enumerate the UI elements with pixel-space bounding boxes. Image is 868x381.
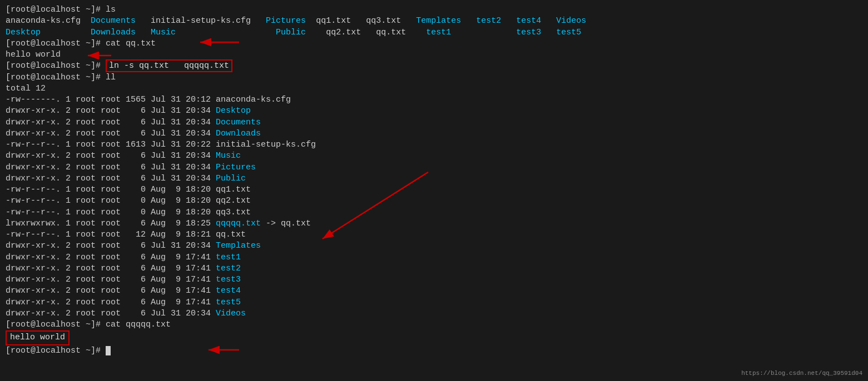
ll-name-templates: Templates: [216, 241, 261, 250]
terminal: [root@localhost ~]# ls anaconda-ks.cfg D…: [6, 4, 862, 357]
ls-downloads: Downloads: [91, 28, 136, 37]
ll-row-videos: drwxr-xr-x. 2 root root 6 Jul 31 20:34 V…: [6, 308, 862, 319]
ls-pictures: Pictures: [266, 16, 306, 26]
ll-row-downloads: drwxr-xr-x. 2 root root 6 Jul 31 20:34 D…: [6, 128, 862, 139]
ll-row-test3: drwxr-xr-x. 2 root root 6 Aug 9 17:41 te…: [6, 274, 862, 285]
ll-name-music: Music: [216, 151, 241, 161]
ll-name-documents: Documents: [216, 118, 261, 127]
ll-row-qq: -rw-r--r--. 1 root root 12 Aug 9 18:21 q…: [6, 229, 862, 240]
ll-row-public: drwxr-xr-x. 2 root root 6 Jul 31 20:34 P…: [6, 173, 862, 184]
ll-name-test2: test2: [216, 264, 241, 273]
ll-row-initial: -rw-r--r--. 1 root root 1613 Jul 31 20:2…: [6, 139, 862, 151]
ll-name-qqqqq: qqqqq.txt: [216, 219, 261, 228]
line-ln-s: [root@localhost ~]# ln -s qq.txt qqqqq.t…: [6, 61, 862, 72]
line-helloworld-2: hello world: [6, 330, 862, 345]
ll-row-music: drwxr-xr-x. 2 root root 6 Jul 31 20:34 M…: [6, 151, 862, 162]
ls-output-row2: Desktop Downloads Music Public qq2.txt q…: [6, 27, 862, 38]
ll-row-test2: drwxr-xr-x. 2 root root 6 Aug 9 17:41 te…: [6, 263, 862, 274]
ll-name-downloads: Downloads: [216, 129, 261, 138]
ll-row-pictures: drwxr-xr-x. 2 root root 6 Jul 31 20:34 P…: [6, 162, 862, 173]
line-ls-command: [root@localhost ~]# ls: [6, 4, 862, 16]
ll-row-qq2: -rw-r--r--. 1 root root 0 Aug 9 18:20 qq…: [6, 195, 862, 207]
ls-test2: test2: [476, 16, 501, 26]
ll-name-public: Public: [216, 174, 246, 183]
url-credit: https://blog.csdn.net/qq_39591d04: [741, 369, 862, 378]
line-ll-command: [root@localhost ~]# ll: [6, 72, 862, 83]
line-final-prompt: [root@localhost ~]#: [6, 345, 862, 357]
line-helloworld-1: hello world: [6, 49, 862, 61]
ls-anaconda: anaconda-ks.cfg: [6, 16, 81, 26]
ll-row-test4: drwxr-xr-x. 2 root root 6 Aug 9 17:41 te…: [6, 285, 862, 297]
ll-row-test5: drwxr-xr-x. 2 root root 6 Aug 9 17:41 te…: [6, 297, 862, 308]
ls-documents: Documents: [91, 16, 136, 26]
ll-row-anaconda: -rw-------. 1 root root 1565 Jul 31 20:1…: [6, 94, 862, 106]
ll-name-test3: test3: [216, 275, 241, 284]
boxed-ln-command: ln -s qq.txt qqqqq.txt: [106, 59, 232, 72]
ll-row-qqqqq: lrwxrwxrwx. 1 root root 6 Aug 9 18:25 qq…: [6, 218, 862, 229]
ls-music: Music: [151, 28, 176, 37]
ll-name-test1: test1: [216, 253, 241, 262]
ll-row-documents: drwxr-xr-x. 2 root root 6 Jul 31 20:34 D…: [6, 117, 862, 128]
ls-public: Public: [276, 28, 306, 37]
ls-videos: Videos: [556, 16, 586, 26]
boxed-helloworld: hello world: [6, 330, 70, 345]
ls-templates: Templates: [416, 16, 461, 26]
ll-row-templates: drwxr-xr-x. 2 root root 6 Jul 31 20:34 T…: [6, 240, 862, 252]
line-total: total 12: [6, 83, 862, 94]
line-cat-qq: [root@localhost ~]# cat qq.txt: [6, 38, 862, 49]
ll-name-test4: test4: [216, 286, 241, 295]
ls-test4: test4: [516, 16, 541, 26]
ll-name-test5: test5: [216, 298, 241, 307]
line-cat-qqqqq: [root@localhost ~]# cat qqqqq.txt: [6, 319, 862, 330]
ll-row-test1: drwxr-xr-x. 2 root root 6 Aug 9 17:41 te…: [6, 252, 862, 263]
ll-name-pictures: Pictures: [216, 163, 256, 172]
ls-output-row1: anaconda-ks.cfg Documents initial-setup-…: [6, 16, 862, 27]
ll-name-videos: Videos: [216, 309, 246, 318]
ls-desktop: Desktop: [6, 28, 41, 37]
ll-row-qq3: -rw-r--r--. 1 root root 0 Aug 9 18:20 qq…: [6, 207, 862, 218]
ll-name-desktop: Desktop: [216, 106, 251, 116]
ls-test3: test3: [516, 28, 541, 37]
cursor-block: [106, 346, 111, 355]
ls-test5: test5: [556, 28, 581, 37]
ll-row-desktop: drwxr-xr-x. 2 root root 6 Jul 31 20:34 D…: [6, 106, 862, 117]
ls-test1: test1: [426, 28, 451, 37]
ll-row-qq1: -rw-r--r--. 1 root root 0 Aug 9 18:20 qq…: [6, 184, 862, 195]
